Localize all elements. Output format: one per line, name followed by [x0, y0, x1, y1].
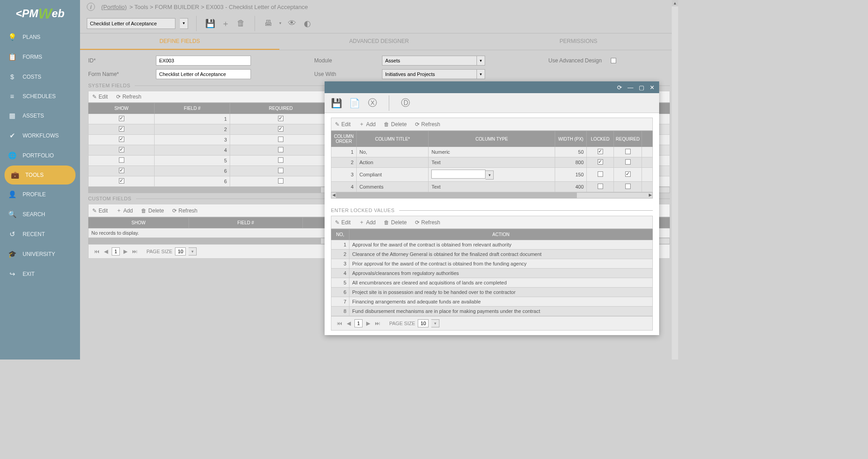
- name-input[interactable]: [156, 69, 251, 79]
- sidebar-item-plans[interactable]: 💡PLANS: [0, 27, 80, 47]
- modal-pager-last-icon[interactable]: ⏭: [374, 320, 381, 327]
- modal-cols-delete-button[interactable]: 🗑 Delete: [384, 120, 407, 128]
- sidebar-item-tools[interactable]: 💼TOOLS: [5, 166, 75, 185]
- form-selector-arrow[interactable]: ▼: [180, 18, 188, 29]
- sidebar-item-search[interactable]: 🔍SEARCH: [0, 204, 80, 224]
- breadcrumb-root[interactable]: (Portfolio): [101, 4, 127, 10]
- print-icon[interactable]: 🖶: [263, 18, 274, 29]
- modal-cols-edit-button[interactable]: ✎ Edit: [335, 120, 351, 128]
- modal-export-icon[interactable]: 📄: [349, 98, 360, 109]
- sidebar-item-forms[interactable]: 📋FORMS: [0, 47, 80, 67]
- locked-value-row[interactable]: 3Prior approval for the award of the con…: [331, 259, 653, 269]
- modal-maximize-icon[interactable]: ▢: [639, 84, 644, 91]
- required-checkbox[interactable]: [278, 147, 283, 152]
- modal-d-icon[interactable]: Ⓓ: [400, 98, 411, 109]
- add-icon[interactable]: ＋: [220, 18, 231, 29]
- usewith-input[interactable]: [382, 69, 477, 79]
- advanced-checkbox[interactable]: [611, 58, 616, 63]
- pager-next-icon[interactable]: ▶: [123, 248, 128, 255]
- modal-cols-add-button[interactable]: ＋ Add: [359, 120, 376, 128]
- modal-pager-prev-icon[interactable]: ◀: [346, 320, 352, 327]
- locked-checkbox[interactable]: [598, 159, 603, 165]
- show-checkbox[interactable]: [119, 116, 124, 121]
- locked-value-row[interactable]: 5All encumbrances are cleared and acquis…: [331, 278, 653, 288]
- show-checkbox[interactable]: [119, 157, 124, 163]
- column-row[interactable]: 1No,Numeric50: [331, 147, 653, 157]
- id-input[interactable]: [156, 56, 251, 66]
- modal-page-size-dropdown-icon[interactable]: ▼: [431, 319, 439, 327]
- show-checkbox[interactable]: [119, 137, 124, 142]
- module-dropdown-icon[interactable]: ▼: [477, 56, 485, 66]
- sidebar-item-costs[interactable]: $COSTS: [0, 67, 80, 86]
- required-checkbox[interactable]: [625, 159, 631, 165]
- required-checkbox[interactable]: [278, 137, 283, 142]
- sidebar-item-workflows[interactable]: ✔WORKFLOWS: [0, 126, 80, 146]
- pager-prev-icon[interactable]: ◀: [103, 248, 109, 255]
- custom-edit-button[interactable]: ✎ Edit: [92, 207, 108, 214]
- locked-checkbox[interactable]: [598, 149, 603, 154]
- modal-locked-delete-button[interactable]: 🗑 Delete: [384, 218, 407, 226]
- locked-value-row[interactable]: 2Clearance of the Attorney General is ob…: [331, 250, 653, 259]
- modal-close-icon[interactable]: ✕: [650, 84, 655, 91]
- save-icon[interactable]: 💾: [205, 18, 216, 29]
- pager-first-icon[interactable]: ⏮: [93, 248, 100, 255]
- sidebar-item-schedules[interactable]: ≡SCHEDULES: [0, 86, 80, 106]
- sidebar-item-portfolio[interactable]: 🌐PORTFOLIO: [0, 146, 80, 166]
- page-size-dropdown-icon[interactable]: ▼: [189, 247, 197, 256]
- modal-save-icon[interactable]: 💾: [331, 98, 342, 109]
- modal-page-size-input[interactable]: [418, 319, 429, 327]
- pager-page-input[interactable]: [112, 247, 120, 256]
- print-dropdown-icon[interactable]: ▼: [278, 21, 282, 25]
- column-type-dropdown-icon[interactable]: ▼: [486, 170, 494, 180]
- sidebar-item-recent[interactable]: ↺RECENT: [0, 224, 80, 244]
- tab-advanced-designer[interactable]: ADVANCED DESIGNER: [279, 33, 479, 50]
- show-checkbox[interactable]: [119, 178, 124, 184]
- required-checkbox[interactable]: [625, 149, 631, 154]
- required-checkbox[interactable]: [278, 168, 283, 173]
- locked-checkbox[interactable]: [598, 184, 603, 189]
- module-input[interactable]: [382, 56, 477, 66]
- tab-permissions[interactable]: PERMISSIONS: [479, 33, 678, 50]
- info-icon[interactable]: i: [87, 3, 95, 11]
- modal-pager-next-icon[interactable]: ▶: [365, 320, 371, 327]
- modal-locked-edit-button[interactable]: ✎ Edit: [335, 218, 351, 226]
- delete-icon[interactable]: 🗑: [236, 18, 246, 29]
- locked-value-row[interactable]: 1Approval for the award of the contract …: [331, 240, 653, 250]
- locked-value-row[interactable]: 8Fund disbursement mechanisms are in pla…: [331, 307, 653, 316]
- tab-define-fields[interactable]: DEFINE FIELDS: [80, 33, 279, 50]
- scroll-up-icon[interactable]: ▲: [672, 0, 678, 6]
- column-type-combo[interactable]: [431, 170, 486, 179]
- column-row[interactable]: 4CommentsText400: [331, 182, 653, 192]
- modal-minimize-icon[interactable]: —: [627, 84, 633, 91]
- locked-value-row[interactable]: 6Project site is in possession and ready…: [331, 288, 653, 297]
- eye-icon[interactable]: 👁: [287, 18, 297, 29]
- required-checkbox[interactable]: [278, 157, 283, 163]
- usewith-dropdown-icon[interactable]: ▼: [477, 69, 485, 79]
- toggle-icon[interactable]: ◐: [302, 18, 313, 29]
- locked-value-row[interactable]: 4Approvals/clearances from regulatory au…: [331, 269, 653, 278]
- show-checkbox[interactable]: [119, 147, 124, 152]
- modal-refresh-icon[interactable]: ⟳: [617, 84, 622, 91]
- locked-checkbox[interactable]: [598, 171, 603, 177]
- sidebar-item-exit[interactable]: ↪EXIT: [0, 264, 80, 284]
- required-checkbox[interactable]: [625, 171, 631, 177]
- locked-value-row[interactable]: 7Financing arrangements and adequate fun…: [331, 297, 653, 307]
- custom-add-button[interactable]: ＋ Add: [116, 207, 133, 214]
- required-checkbox[interactable]: [278, 126, 283, 132]
- show-checkbox[interactable]: [119, 126, 124, 132]
- modal-locked-add-button[interactable]: ＋ Add: [359, 218, 376, 226]
- sys-edit-button[interactable]: ✎ Edit: [92, 94, 108, 100]
- custom-delete-button[interactable]: 🗑 Delete: [141, 207, 164, 214]
- sidebar-item-university[interactable]: 🎓UNIVERSITY: [0, 244, 80, 264]
- modal-cols-refresh-button[interactable]: ⟳ Refresh: [415, 120, 440, 128]
- sys-refresh-button[interactable]: ⟳ Refresh: [116, 94, 142, 100]
- right-scrollbar[interactable]: ▲: [672, 0, 678, 360]
- custom-refresh-button[interactable]: ⟳ Refresh: [172, 207, 198, 214]
- modal-pager-first-icon[interactable]: ⏮: [336, 320, 343, 327]
- column-row[interactable]: 2ActionText800: [331, 157, 653, 168]
- sidebar-item-assets[interactable]: ▦ASSETS: [0, 106, 80, 126]
- page-size-input[interactable]: [175, 247, 186, 256]
- modal-locked-refresh-button[interactable]: ⟳ Refresh: [415, 218, 440, 226]
- sidebar-item-profile[interactable]: 👤PROFILE: [0, 185, 80, 204]
- pager-last-icon[interactable]: ⏭: [131, 248, 138, 255]
